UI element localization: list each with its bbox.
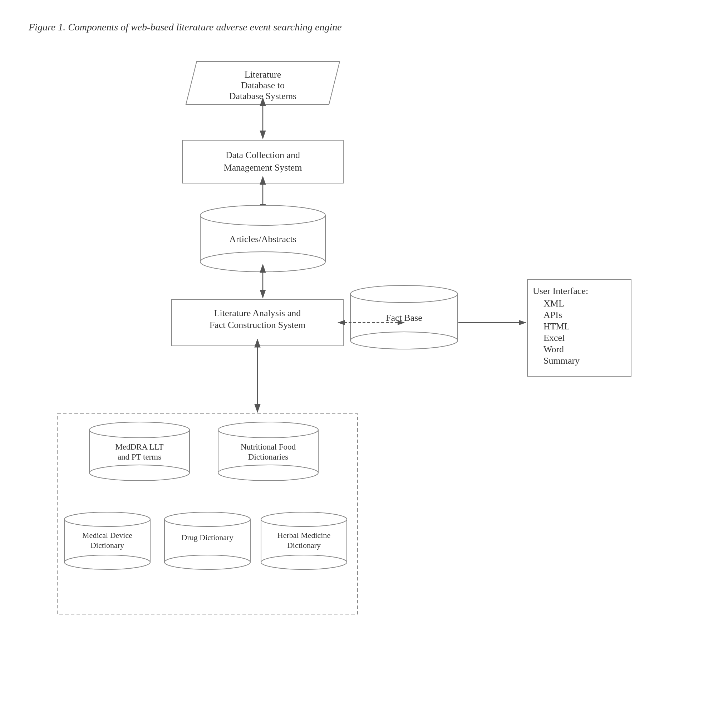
svg-point-52	[165, 555, 250, 569]
svg-point-42	[218, 465, 318, 481]
svg-rect-7	[182, 140, 343, 183]
svg-text:Excel: Excel	[543, 332, 565, 343]
svg-point-20	[350, 285, 458, 302]
svg-text:Summary: Summary	[543, 356, 579, 366]
page: { "figure": { "title": "Figure 1. Compon…	[0, 0, 728, 701]
svg-point-37	[90, 465, 189, 481]
svg-text:Word: Word	[543, 344, 564, 354]
figure-title: Figure 1. Components of web-based litera…	[29, 22, 699, 33]
diagram-container: Literature Database to Database Systems …	[29, 54, 699, 698]
svg-text:User Interface:: User Interface:	[533, 286, 588, 296]
svg-text:XML: XML	[543, 298, 564, 309]
svg-text:and PT terms: and PT terms	[118, 452, 161, 461]
svg-point-36	[90, 422, 189, 438]
svg-text:Database to: Database to	[241, 80, 285, 91]
svg-point-55	[261, 512, 347, 526]
svg-point-46	[64, 512, 150, 526]
svg-text:Dictionaries: Dictionaries	[248, 452, 288, 461]
svg-text:Drug Dictionary: Drug Dictionary	[182, 533, 234, 542]
svg-text:Fact Construction System: Fact Construction System	[209, 320, 306, 330]
svg-text:APIs: APIs	[543, 310, 562, 320]
svg-text:Herbal Medicine: Herbal Medicine	[277, 531, 331, 540]
svg-point-47	[64, 555, 150, 569]
svg-text:Literature: Literature	[244, 69, 282, 80]
svg-text:Nutritional Food: Nutritional Food	[241, 442, 296, 451]
svg-text:Fact Base: Fact Base	[386, 312, 422, 323]
svg-point-13	[200, 252, 325, 272]
svg-point-21	[350, 332, 458, 349]
svg-text:Database Systems: Database Systems	[229, 91, 296, 101]
svg-point-12	[200, 205, 325, 225]
svg-text:Literature Analysis and: Literature Analysis and	[214, 308, 301, 318]
svg-point-56	[261, 555, 347, 569]
svg-point-51	[165, 512, 250, 526]
svg-point-41	[218, 422, 318, 438]
svg-text:Dictionary: Dictionary	[287, 541, 321, 550]
svg-text:Dictionary: Dictionary	[91, 541, 124, 550]
svg-text:MedDRA LLT: MedDRA LLT	[115, 442, 163, 451]
svg-text:Medical Device: Medical Device	[82, 531, 132, 540]
svg-text:Management System: Management System	[224, 162, 302, 173]
svg-text:HTML: HTML	[543, 321, 570, 331]
svg-text:Data Collection and: Data Collection and	[225, 150, 300, 160]
svg-text:Articles/Abstracts: Articles/Abstracts	[229, 234, 296, 244]
